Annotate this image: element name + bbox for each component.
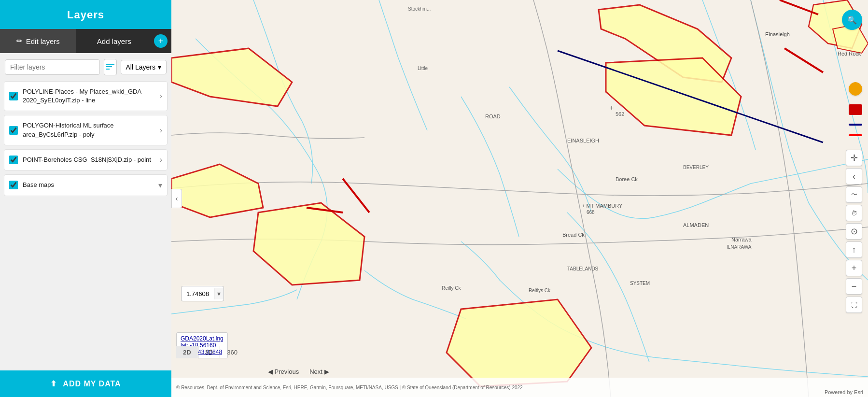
layer-label-point: POINT-Boreholes CSG_S18NjSXjD.zip - poin… (23, 156, 157, 164)
zoom-out-button[interactable]: − (846, 278, 862, 295)
pencil-icon: ✏ (16, 37, 23, 45)
map-area[interactable]: ROAD EINASLEIGH Boree Ck BEVERLEY + MT M… (171, 0, 868, 397)
red-line-symbol (849, 134, 862, 136)
previous-button[interactable]: ◀ Previous (263, 366, 304, 378)
map-attribution: © Resources, Dept. of Environment and Sc… (171, 378, 868, 397)
collapse-sidebar-button[interactable]: ‹ (171, 189, 182, 208)
red-rectangle-symbol (849, 104, 862, 115)
view-mode-2d[interactable]: 2D (176, 346, 198, 358)
bottom-left-controls: 1.74608 ▾ 2D 3D 360 (176, 346, 244, 358)
sidebar-tabs: ✏ Edit layers Add layers + (0, 29, 171, 53)
fullscreen-button[interactable]: ⛶ (846, 297, 862, 313)
elevation-box: 1.74608 ▾ (181, 286, 224, 301)
layer-item-polygon[interactable]: POLYGON-Historical ML surface area_ByCsL… (4, 115, 168, 145)
layer-item-polyline[interactable]: POLYLINE-Places - My Places_wkid_GDA 202… (4, 81, 168, 111)
svg-rect-0 (106, 64, 114, 65)
map-controls-right: 🔍 ✛ ‹ 〜 ⏱ ⊙ ↑ + − ⛶ (842, 10, 862, 313)
sidebar: Layers ✏ Edit layers Add layers + All La… (0, 0, 171, 397)
powered-by-esri: Powered by Esri (825, 389, 863, 395)
coord-title[interactable]: GDA2020Lat.lng (181, 335, 224, 342)
chart-button[interactable]: 〜 (846, 186, 862, 203)
layer-checkbox-basemaps[interactable] (9, 181, 18, 189)
svg-rect-1 (106, 66, 112, 67)
zoom-in-button[interactable]: + (846, 260, 862, 276)
elevation-dropdown-button[interactable]: ▾ (214, 288, 224, 299)
collapse-right-button[interactable]: ‹ (846, 168, 862, 184)
sidebar-title: Layers (67, 9, 104, 21)
search-icon: 🔍 (847, 15, 857, 25)
chevron-down-icon: ▾ (158, 63, 161, 71)
all-layers-dropdown[interactable]: All Layers ▾ (121, 60, 167, 74)
navy-line-symbol (849, 124, 862, 126)
elevation-value: 1.74608 (182, 288, 214, 299)
add-my-data-footer[interactable]: ⬆ ADD MY DATA (0, 370, 171, 397)
north-arrow-button[interactable]: ↑ (846, 241, 862, 258)
search-button[interactable]: 🔍 (842, 10, 862, 30)
clock-button[interactable]: ⏱ (846, 205, 862, 221)
attribution-text: © Resources, Dept. of Environment and Sc… (176, 385, 523, 390)
chevron-right-icon: › (160, 92, 162, 100)
upload-icon: ⬆ (50, 379, 57, 388)
all-layers-label: All Layers (126, 63, 155, 71)
chevron-down-icon: ▾ (158, 181, 162, 190)
view-mode-bar: 2D 3D 360 (176, 346, 244, 358)
tab-add-label: Add layers (97, 37, 131, 45)
layers-list: POLYLINE-Places - My Places_wkid_GDA 202… (0, 81, 171, 370)
prev-next-navigation: ◀ Previous Next ▶ (263, 366, 334, 378)
filter-lines-icon (106, 64, 114, 71)
filter-icon-button[interactable] (104, 59, 117, 75)
view-mode-360[interactable]: 360 (220, 346, 244, 358)
add-my-data-label: ADD MY DATA (63, 380, 121, 388)
view-mode-3d[interactable]: 3D (198, 346, 221, 358)
add-layers-circle-button[interactable]: + (154, 34, 168, 48)
plus-icon: + (158, 36, 164, 46)
tab-edit-label: Edit layers (26, 37, 60, 45)
layer-label-polygon: POLYGON-Historical ML surface area_ByCsL… (23, 121, 157, 139)
chevron-left-icon: ‹ (176, 195, 178, 202)
layer-checkbox-polyline[interactable] (9, 92, 18, 100)
layer-label-basemaps: Base maps (23, 181, 156, 189)
pan-move-button[interactable]: ✛ (846, 150, 862, 166)
svg-rect-2 (106, 69, 110, 70)
next-button[interactable]: Next ▶ (305, 366, 334, 378)
compass-button[interactable]: ⊙ (846, 223, 862, 240)
layer-checkbox-point[interactable] (9, 156, 18, 164)
location-dot-button[interactable] (849, 82, 862, 96)
filter-row: All Layers ▾ (0, 53, 171, 81)
chevron-right-icon: › (160, 126, 162, 135)
layer-item-point[interactable]: POINT-Boreholes CSG_S18NjSXjD.zip - poin… (4, 149, 168, 170)
tab-add-layers[interactable]: Add layers (76, 29, 153, 53)
layer-label-polyline: POLYLINE-Places - My Places_wkid_GDA 202… (23, 87, 157, 105)
filter-layers-input[interactable] (5, 59, 100, 75)
tab-edit-layers[interactable]: ✏ Edit layers (0, 29, 76, 53)
map-background (171, 0, 868, 397)
nav-controls-group: ✛ ‹ 〜 ⏱ ⊙ ↑ + − ⛶ (846, 150, 862, 313)
layer-item-basemaps[interactable]: Base maps ▾ (4, 174, 168, 196)
chevron-right-icon: › (160, 156, 162, 164)
layer-checkbox-polygon[interactable] (9, 126, 18, 135)
sidebar-header: Layers (0, 0, 171, 29)
